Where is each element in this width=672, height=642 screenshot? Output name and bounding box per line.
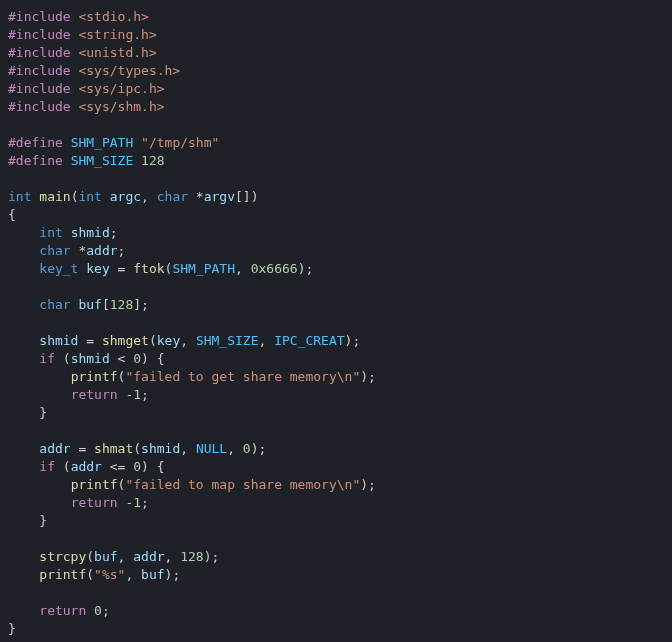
code-token (8, 297, 39, 312)
code-token: ); (204, 549, 220, 564)
code-token: ( (55, 351, 71, 366)
code-token: return (39, 603, 86, 618)
code-token: ( (133, 441, 141, 456)
code-token: "/tmp/shm" (141, 135, 219, 150)
code-token: [ (102, 297, 110, 312)
code-token (8, 225, 39, 240)
code-token: 0 (243, 441, 251, 456)
code-token: shmid (141, 441, 180, 456)
code-token (133, 153, 141, 168)
code-token (8, 243, 39, 258)
code-token: * (188, 189, 204, 204)
code-token: return (71, 387, 118, 402)
code-token (8, 441, 39, 456)
code-token (8, 351, 39, 366)
code-token: printf (39, 567, 86, 582)
code-token: 0x6666 (251, 261, 298, 276)
code-token: ) { (141, 459, 164, 474)
code-token: shmid (71, 351, 110, 366)
code-token (63, 135, 71, 150)
code-token: ); (298, 261, 314, 276)
code-token: "%s" (94, 567, 125, 582)
code-token: < (110, 351, 133, 366)
code-token: = (71, 441, 94, 456)
code-token: ); (360, 477, 376, 492)
code-token: if (39, 351, 55, 366)
code-token: SHM_SIZE (71, 153, 134, 168)
code-token (8, 549, 39, 564)
code-token: addr (86, 243, 117, 258)
code-token (63, 225, 71, 240)
code-token: * (71, 243, 87, 258)
code-token: shmget (102, 333, 149, 348)
code-token: , (180, 333, 196, 348)
code-token: <stdio.h> (78, 9, 148, 24)
code-token (8, 459, 39, 474)
code-token: #include (8, 9, 71, 24)
code-token: int (8, 189, 31, 204)
code-token: return (71, 495, 118, 510)
code-token: #define (8, 135, 63, 150)
code-token: #include (8, 81, 71, 96)
code-token (102, 189, 110, 204)
code-token: , (180, 441, 196, 456)
code-token: , (165, 549, 181, 564)
code-token: , (125, 567, 141, 582)
code-token: 1 (133, 387, 141, 402)
code-token: shmid (71, 225, 110, 240)
code-token: <sys/types.h> (78, 63, 180, 78)
code-token (8, 333, 39, 348)
code-token: printf (71, 477, 118, 492)
code-token: if (39, 459, 55, 474)
code-token: = (78, 333, 101, 348)
code-token: <sys/shm.h> (78, 99, 164, 114)
code-token: 128 (180, 549, 203, 564)
code-token: ; (118, 243, 126, 258)
code-token: "failed to map share memory\n" (125, 477, 360, 492)
code-token: #include (8, 63, 71, 78)
code-token: , (227, 441, 243, 456)
code-token (8, 369, 71, 384)
code-token: strcpy (39, 549, 86, 564)
code-block: #include <stdio.h> #include <string.h> #… (0, 0, 672, 642)
code-token: buf (78, 297, 101, 312)
code-token: ( (86, 549, 94, 564)
code-token: #include (8, 27, 71, 42)
code-token: #include (8, 99, 71, 114)
code-token: []) (235, 189, 258, 204)
code-token: shmat (94, 441, 133, 456)
code-token: { (8, 207, 16, 222)
code-token: char (39, 297, 70, 312)
code-token: <string.h> (78, 27, 156, 42)
code-token: #define (8, 153, 63, 168)
code-token: addr (71, 459, 102, 474)
code-token: shmid (39, 333, 78, 348)
code-token: 0 (133, 351, 141, 366)
code-token: = (110, 261, 133, 276)
code-token: char (39, 243, 70, 258)
code-token: ( (55, 459, 71, 474)
code-token: <= (102, 459, 133, 474)
code-token (8, 387, 71, 402)
code-token: } (8, 621, 16, 636)
code-token: ); (165, 567, 181, 582)
code-token: IPC_CREAT (274, 333, 344, 348)
code-token: ); (345, 333, 361, 348)
code-token: ( (149, 333, 157, 348)
code-token: main (39, 189, 70, 204)
code-token: ; (102, 603, 110, 618)
code-token: "failed to get share memory\n" (125, 369, 360, 384)
code-token: ftok (133, 261, 164, 276)
code-content: #include <stdio.h> #include <string.h> #… (8, 9, 376, 636)
code-token: - (118, 495, 134, 510)
code-token: , (118, 549, 134, 564)
code-token: SHM_SIZE (196, 333, 259, 348)
code-token: buf (141, 567, 164, 582)
code-token: ) { (141, 351, 164, 366)
code-token: , (235, 261, 251, 276)
code-token: argc (110, 189, 141, 204)
code-token (86, 603, 94, 618)
code-token: , (141, 189, 157, 204)
code-token (8, 261, 39, 276)
code-token: key (157, 333, 180, 348)
